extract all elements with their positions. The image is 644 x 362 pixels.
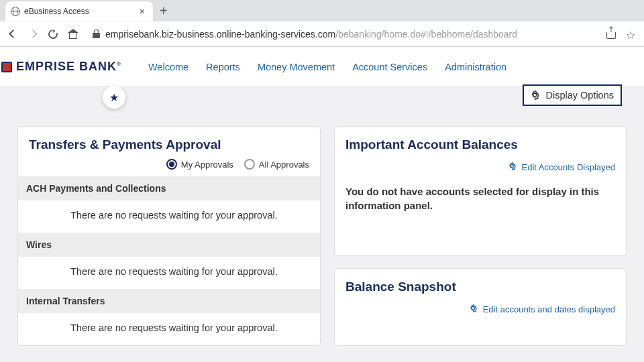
right-column: Important Account Balances Edit Accounts… [334,126,627,346]
main-nav: Welcome Reports Money Movement Account S… [148,62,506,72]
section-ach-header: ACH Payments and Collections [18,176,320,200]
tab-title: eBusiness Access [24,7,133,16]
transfers-approvals-card: Transfers & Payments Approval My Approva… [17,126,321,346]
logo-mark-icon [1,62,12,72]
my-approvals-radio[interactable]: My Approvals [166,159,233,170]
new-tab-button[interactable]: + [160,4,168,17]
section-internal-header: Internal Transfers [18,289,320,313]
radio-icon [166,159,177,170]
forward-button[interactable] [27,28,39,40]
back-button[interactable] [7,28,19,40]
dashboard-content: Display Options Transfers & Payments App… [0,87,644,346]
gear-icon [507,162,518,172]
display-options-label: Display Options [545,90,614,101]
browser-toolbar: emprisebank.biz-business.online-banking-… [0,21,644,47]
bookmark-button[interactable]: ☆ [625,28,637,40]
browser-tab-strip: eBusiness Access × + [0,0,644,21]
section-ach-empty: There are no requests waiting for your a… [18,200,320,233]
section-wires-empty: There are no requests waiting for your a… [18,257,320,289]
balance-snapshot-card: Balance Snapshot Edit accounts and dates… [334,268,627,346]
address-bar[interactable]: emprisebank.biz-business.online-banking-… [87,29,597,40]
approvals-filter-toggle: My Approvals All Approvals [18,159,320,176]
lock-icon [93,29,100,38]
browser-tab[interactable]: eBusiness Access × [5,1,153,21]
share-button[interactable] [605,28,617,40]
section-wires-header: Wires [18,233,320,257]
all-approvals-radio[interactable]: All Approvals [244,159,309,170]
globe-icon [11,7,20,16]
nav-account-services[interactable]: Account Services [352,62,427,72]
snapshot-card-title: Balance Snapshot [345,280,615,294]
home-button[interactable] [67,28,79,40]
app-header: EMPRISE BANK® Welcome Reports Money Move… [0,47,644,87]
display-options-button[interactable]: Display Options [523,84,622,106]
reload-button[interactable] [47,28,59,40]
nav-reports[interactable]: Reports [206,62,240,72]
balances-card-title: Important Account Balances [345,137,615,152]
gear-icon [468,304,479,314]
edit-accounts-displayed-link[interactable]: Edit Accounts Displayed [335,159,626,172]
gear-icon [529,90,540,101]
section-internal-empty: There are no requests waiting for your a… [18,313,320,345]
radio-icon [244,159,255,170]
logo-text: EMPRISE BANK® [16,60,121,74]
balances-empty-message: You do not have accounts selected for di… [335,172,626,229]
nav-administration[interactable]: Administration [445,62,506,72]
transfers-card-title: Transfers & Payments Approval [29,137,309,152]
nav-money-movement[interactable]: Money Movement [258,62,335,72]
edit-snapshot-link[interactable]: Edit accounts and dates displayed [335,301,626,314]
nav-welcome[interactable]: Welcome [148,62,189,72]
url-text: emprisebank.biz-business.online-banking-… [105,29,517,40]
close-tab-icon[interactable]: × [137,6,148,17]
bank-logo[interactable]: EMPRISE BANK® [0,60,121,74]
important-balances-card: Important Account Balances Edit Accounts… [334,126,627,256]
